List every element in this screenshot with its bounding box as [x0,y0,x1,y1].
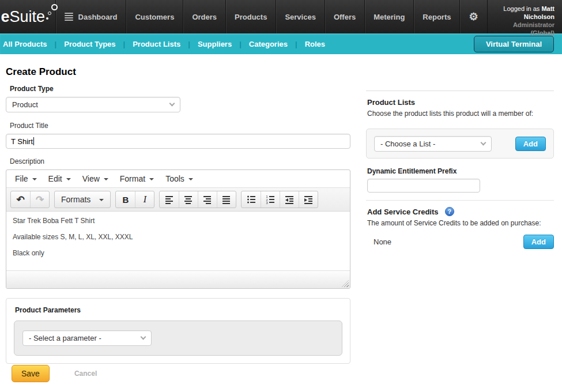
description-label: Description [10,157,352,165]
bullet-list-button[interactable] [242,191,261,208]
italic-button[interactable]: I [135,191,154,208]
align-left-button[interactable] [160,191,179,208]
redo-button[interactable]: ↷ [30,191,49,208]
logo-text: eSuite [1,8,46,25]
caret-down-icon [99,199,104,201]
product-lists-panel: - Choose a List - Add [366,129,554,159]
caret-down-icon [32,178,37,180]
nav-item-offers[interactable]: Offers [325,0,364,33]
gear-icon: ⚙ [469,12,478,22]
caret-down-icon [66,178,71,180]
text-cursor [33,137,34,145]
bullet-list-icon [247,195,256,204]
caret-down-icon [104,178,108,180]
editor-menu-edit[interactable]: Edit [43,171,77,186]
divider [366,200,554,201]
user-role: Administrator (Global) [488,21,555,37]
user-info: Logged in as Matt Nicholson Administrato… [488,0,562,33]
undo-button[interactable]: ↶ [11,191,30,208]
nav-item-dashboard[interactable]: Dashboard [55,0,126,33]
align-left-icon [165,195,174,204]
align-center-button[interactable] [179,191,198,208]
parameter-selected-value: - Select a parameter - [29,334,101,342]
product-parameters-section: Product Parameters - Select a parameter … [6,298,350,364]
create-product-form: Product Type Product Product Title T Shi… [6,85,352,364]
top-header: eSuite Dashboard Customers Orders Produc… [0,0,562,33]
justify-button[interactable] [217,191,236,208]
svg-text:3: 3 [266,201,268,204]
subnav-product-lists[interactable]: Product Lists [125,40,188,48]
subnav-all-products[interactable]: All Products [2,40,55,48]
service-credits-description: The amount of Service Credits to be adde… [367,219,554,227]
align-right-button[interactable] [198,191,217,208]
justify-icon [222,195,231,204]
description-line: Black only [13,249,344,257]
nav-item-customers[interactable]: Customers [126,0,183,33]
caret-down-icon [188,178,193,180]
subnav-categories[interactable]: Categories [242,40,295,48]
editor-menu-format[interactable]: Format [114,171,160,186]
subnav-roles[interactable]: Roles [297,40,333,48]
product-parameters-label: Product Parameters [15,306,342,314]
nav-item-reports[interactable]: Reports [413,0,459,33]
editor-menu-file[interactable]: File [9,171,43,186]
undo-icon: ↶ [16,195,24,205]
form-actions: Save Cancel [12,365,97,382]
indent-button[interactable] [299,191,318,208]
product-title-input[interactable]: T Shirt [6,134,350,149]
formats-dropdown[interactable]: Formats [55,191,110,208]
service-credits-value: None [374,238,391,246]
nav-item-products[interactable]: Products [225,0,276,33]
page-title: Create Product [6,66,76,78]
numbered-list-button[interactable]: 123 [261,191,280,208]
parameter-select[interactable]: - Select a parameter - [22,330,152,346]
nav-item-services[interactable]: Services [276,0,325,33]
redo-icon: ↷ [36,195,44,205]
nav-item-settings[interactable]: ⚙ [459,0,487,33]
numbered-list-icon: 123 [266,195,275,204]
virtual-terminal-button[interactable]: Virtual Terminal [474,36,554,52]
products-subnav: All Products | Product Types | Product L… [0,33,562,54]
save-button[interactable]: Save [12,365,50,382]
nav-item-metering[interactable]: Metering [364,0,413,33]
help-icon[interactable]: ? [445,207,454,216]
description-content[interactable]: Star Trek Boba Fett T Shirt Available si… [6,212,350,270]
add-service-credits-button[interactable]: Add [523,235,554,249]
editor-menu-tools[interactable]: Tools [160,171,199,186]
chevron-down-icon [481,140,486,145]
subnav-suppliers[interactable]: Suppliers [190,40,239,48]
description-line: Star Trek Boba Fett T Shirt [13,217,344,225]
choose-list-selected-value: - Choose a List - [380,140,435,148]
bold-icon: B [122,195,129,205]
caret-down-icon [149,178,154,180]
dynamic-entitlement-prefix-label: Dynamic Entitlement Prefix [367,167,554,175]
right-sidebar: Product Lists Choose the product lists t… [366,91,554,249]
esuite-logo[interactable]: eSuite [0,0,55,33]
nav-item-orders[interactable]: Orders [183,0,225,33]
logo-bubble-small [46,17,48,20]
resize-grip-icon[interactable] [342,280,349,287]
product-type-selected-value: Product [12,100,38,109]
product-type-label: Product Type [10,85,352,93]
logo-bubble-medium [48,12,51,15]
bold-button[interactable]: B [116,191,135,208]
editor-statusbar [6,270,350,288]
dynamic-entitlement-prefix-input[interactable] [367,179,480,193]
product-lists-description: Choose the product lists this product wi… [367,110,554,118]
subnav-product-types[interactable]: Product Types [56,40,123,48]
add-list-button[interactable]: Add [515,137,546,151]
outdent-button[interactable] [280,191,299,208]
indent-icon [304,195,313,204]
cancel-link[interactable]: Cancel [74,370,97,378]
product-type-select[interactable]: Product [6,97,180,112]
add-service-credits-title: Add Service Credits [367,208,439,216]
main-nav: Dashboard Customers Orders Products Serv… [55,0,488,33]
outdent-icon [285,195,294,204]
chevron-down-icon [141,334,146,340]
logo-bubble-large [51,4,58,10]
choose-list-select[interactable]: - Choose a List - [374,136,492,152]
product-lists-title: Product Lists [367,98,554,107]
italic-icon: I [144,194,146,205]
editor-menu-view[interactable]: View [77,171,114,186]
product-title-value: T Shirt [11,137,33,146]
